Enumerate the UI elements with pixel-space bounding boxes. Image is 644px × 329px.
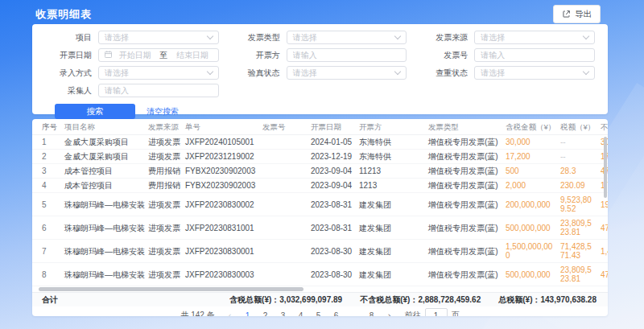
next-page-button[interactable]: › — [384, 310, 395, 316]
jump-suffix: 页 — [452, 310, 460, 316]
cell-invoice-no — [259, 263, 308, 286]
export-button-label: 导出 — [575, 9, 592, 20]
table-row[interactable]: 4成本管控项目费用报销FYBX202309020032023-09-041213… — [32, 179, 608, 193]
table-row[interactable]: 7珠穆朗玛峰—电梯安装进项发票JXFP202308300012023-08-30… — [32, 240, 608, 263]
cell-invoice-type: 增值税专用发票(蓝) — [425, 216, 502, 239]
cell-amount-with-tax: 17,200 — [502, 150, 557, 163]
cell-seq: 2 — [39, 150, 61, 163]
calendar-icon — [105, 51, 112, 60]
horizontal-scrollbar-track — [32, 286, 608, 292]
summary-total-2: 总税额(¥)：143,970,638.28 — [498, 294, 597, 306]
cell-order-no: JXFP20230830001 — [182, 240, 259, 262]
filter-label: 采集人 — [45, 85, 92, 97]
cell-amount-with-tax: 500,000,000 — [502, 263, 557, 286]
clear-search-link[interactable]: 清空搜索 — [147, 106, 179, 117]
col-header-project-name: 项目名称 — [61, 119, 145, 134]
date-range-separator: 至 — [159, 50, 167, 61]
collector-input[interactable] — [98, 84, 219, 97]
search-button[interactable]: 搜索 — [55, 104, 135, 119]
table-header-row: 序号项目名称发票来源单号发票号开票日期开票方发票类型含税金额（¥）税额（¥）不含 — [32, 119, 608, 135]
cell-invoice-source: 进项发票 — [145, 240, 182, 262]
cell-invoice-source: 进项发票 — [145, 216, 182, 239]
table-body: 1金威大厦采购项目进项发票JXFP202401050012024-01-05东海… — [32, 135, 608, 286]
page-button-1[interactable]: 1 — [243, 311, 253, 317]
summary-total-0: 含税总额(¥)：3,032,699,097.89 — [229, 294, 342, 306]
filter-label: 项目 — [45, 32, 92, 43]
table-row[interactable]: 3成本管控项目费用报销FYBX202309020032023-09-041121… — [32, 164, 608, 179]
verify-status-select[interactable]: 请选择 — [287, 66, 407, 80]
cell-invoice-source: 进项发票 — [145, 193, 182, 216]
table-row[interactable]: 2金威大厦采购项目进项发票JXFP202312190022023-12-19东海… — [32, 150, 608, 164]
chevron-down-icon — [583, 33, 589, 39]
issuer-input[interactable] — [287, 48, 407, 62]
table-row[interactable]: 5珠穆朗玛峰—电梯安装进项发票JXFP202308300022023-08-31… — [32, 193, 608, 216]
chevron-down-icon — [206, 68, 213, 75]
table-row[interactable]: 6珠穆朗玛峰—电梯安装进项发票JXFP202308310012023-08-31… — [32, 216, 608, 240]
page-button-3[interactable]: 3 — [279, 311, 288, 317]
select-placeholder: 请选择 — [293, 32, 317, 43]
summary-row: 合计 含税总额(¥)：3,032,699,097.89不含税总额(¥)：2,88… — [32, 292, 608, 306]
bill-date-range-picker[interactable]: 开始日期 至 结束日期 — [98, 48, 219, 62]
cell-order-no: JXFP20230830002 — [182, 193, 259, 216]
cell-amount-with-tax: 30,000 — [502, 135, 557, 149]
horizontal-scrollbar[interactable] — [39, 287, 303, 291]
prev-page-button[interactable]: ‹ — [225, 310, 236, 316]
invoice-source-select[interactable]: 请选择 — [474, 31, 595, 44]
chevron-down-icon — [206, 33, 213, 39]
chevron-down-icon — [583, 68, 589, 75]
invoice-type-select[interactable]: 请选择 — [287, 31, 407, 44]
cell-seq: 4 — [39, 179, 61, 192]
end-date-placeholder: 结束日期 — [172, 50, 212, 61]
col-header-bill-date: 开票日期 — [308, 119, 356, 134]
page-button-6[interactable]: 6 — [332, 311, 341, 317]
cell-tax: 23,809,523.81 — [557, 216, 597, 239]
select-placeholder: 请选择 — [293, 68, 317, 79]
dup-check-status-select[interactable]: 请选择 — [474, 66, 595, 80]
cell-amount-with-tax: 1,500,000,000 — [502, 240, 557, 262]
table-row[interactable]: 1金威大厦采购项目进项发票JXFP202401050012024-01-05东海… — [32, 135, 608, 150]
cell-project-name: 成本管控项目 — [61, 179, 145, 192]
page-button-4[interactable]: 4 — [296, 311, 306, 317]
col-header-issuer: 开票方 — [356, 119, 425, 134]
summary-totals: 含税总额(¥)：3,032,699,097.89不含税总额(¥)：2,888,7… — [229, 294, 597, 306]
page-buttons: 123456...8 — [239, 311, 381, 317]
cell-invoice-source: 费用报销 — [145, 164, 182, 178]
cell-invoice-no — [259, 216, 308, 239]
cell-issuer: 东海特供 — [356, 135, 425, 149]
filter-field-entry-method: 录入方式 请选择 — [45, 66, 219, 80]
export-button[interactable]: 导出 — [553, 5, 601, 23]
cell-amount-without-tax: 1,4 — [597, 240, 608, 262]
page-ellipsis[interactable]: ... — [349, 311, 359, 317]
cell-order-no: JXFP20231219002 — [182, 150, 259, 163]
cell-invoice-type: 增值税专用发票(蓝) — [425, 263, 502, 286]
page-button-5[interactable]: 5 — [314, 311, 324, 317]
vertical-scrollbar[interactable] — [604, 137, 607, 198]
cell-seq: 7 — [39, 240, 61, 262]
page-button-2[interactable]: 2 — [261, 311, 270, 317]
cell-amount-without-tax: 47 — [597, 263, 608, 286]
invoice-table: 序号项目名称发票来源单号发票号开票日期开票方发票类型含税金额（¥）税额（¥）不含… — [32, 119, 608, 286]
page-button-8[interactable]: 8 — [367, 311, 377, 317]
cell-issuer: 建发集团 — [356, 263, 425, 286]
cell-bill-date: 2023-09-04 — [308, 164, 356, 178]
cell-amount-with-tax: 2,000 — [502, 179, 557, 192]
cell-issuer: 建发集团 — [356, 216, 425, 239]
cell-invoice-type: 增值税专用发票(蓝) — [425, 179, 502, 192]
filter-panel: 项目 请选择 发票类型 请选择 发票来源 请选择 开票日期 — [32, 24, 608, 114]
cell-project-name: 金威大厦采购项目 — [61, 135, 145, 149]
col-header-invoice-no: 发票号 — [259, 119, 308, 134]
project-select[interactable]: 请选择 — [98, 31, 219, 44]
cell-seq: 5 — [39, 193, 61, 216]
cell-invoice-no — [259, 164, 308, 178]
entry-method-select[interactable]: 请选择 — [98, 66, 219, 80]
cell-invoice-type: 增值税专用发票(蓝) — [425, 193, 502, 216]
cell-issuer: 东海特供 — [356, 150, 425, 163]
table-row[interactable]: 8珠穆朗玛峰—电梯安装进项发票JXFP202308300032023-08-30… — [32, 263, 608, 286]
cell-amount-with-tax: 200,000,000 — [502, 193, 557, 216]
cell-tax: 71,428,571.43 — [557, 240, 597, 262]
cell-project-name: 成本管控项目 — [61, 164, 145, 178]
page-jump-input[interactable] — [425, 308, 448, 317]
cell-project-name: 珠穆朗玛峰—电梯安装 — [61, 240, 145, 262]
filter-label: 验真状态 — [233, 68, 280, 79]
invoice-no-input[interactable] — [474, 48, 595, 62]
